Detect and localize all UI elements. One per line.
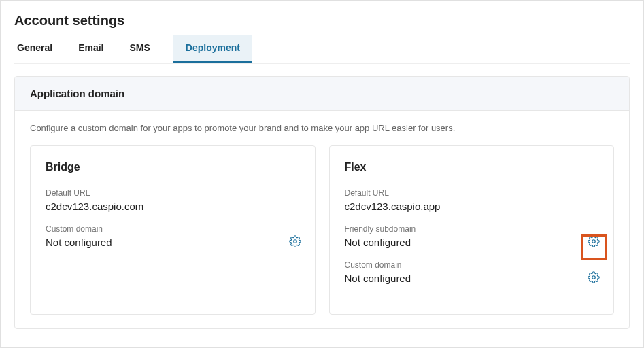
flex-custom-domain-label: Custom domain	[345, 260, 599, 270]
page-title: Account settings	[14, 13, 630, 29]
svg-point-0	[293, 240, 296, 243]
flex-friendly-subdomain-value: Not configured	[345, 237, 599, 248]
flex-card: Flex Default URL c2dcv123.caspio.app Fri…	[329, 145, 615, 315]
flex-custom-domain-value: Not configured	[345, 273, 599, 284]
flex-custom-domain: Custom domain Not configured	[345, 260, 599, 284]
tab-email[interactable]: Email	[75, 35, 106, 63]
gear-icon	[588, 271, 600, 286]
flex-default-url-value: c2dcv123.caspio.app	[345, 201, 599, 212]
bridge-custom-domain-settings-button[interactable]	[288, 235, 303, 250]
bridge-custom-domain-label: Custom domain	[46, 224, 300, 234]
application-domain-panel: Application domain Configure a custom do…	[14, 76, 630, 329]
bridge-title: Bridge	[46, 161, 300, 173]
tab-general[interactable]: General	[14, 35, 55, 63]
flex-friendly-subdomain-label: Friendly subdomain	[345, 224, 599, 234]
flex-friendly-subdomain: Friendly subdomain Not configured	[345, 224, 599, 248]
tab-deployment[interactable]: Deployment	[173, 35, 252, 63]
bridge-card: Bridge Default URL c2dcv123.caspio.com C…	[30, 145, 316, 315]
flex-default-url-label: Default URL	[345, 188, 599, 198]
flex-default-url: Default URL c2dcv123.caspio.app	[345, 188, 599, 212]
gear-icon	[588, 235, 600, 250]
flex-friendly-subdomain-settings-button[interactable]	[586, 235, 601, 250]
bridge-custom-domain: Custom domain Not configured	[46, 224, 300, 248]
bridge-default-url-value: c2dcv123.caspio.com	[46, 201, 300, 212]
svg-point-1	[592, 240, 596, 243]
bridge-default-url-label: Default URL	[46, 188, 300, 198]
tabs: General Email SMS Deployment	[14, 35, 630, 64]
panel-description: Configure a custom domain for your apps …	[30, 123, 614, 133]
flex-custom-domain-settings-button[interactable]	[586, 271, 601, 286]
gear-icon	[289, 235, 301, 250]
svg-point-2	[592, 276, 596, 279]
tab-sms[interactable]: SMS	[127, 35, 153, 63]
bridge-default-url: Default URL c2dcv123.caspio.com	[46, 188, 300, 212]
flex-title: Flex	[345, 161, 599, 173]
bridge-custom-domain-value: Not configured	[46, 237, 300, 248]
panel-title: Application domain	[15, 77, 629, 111]
